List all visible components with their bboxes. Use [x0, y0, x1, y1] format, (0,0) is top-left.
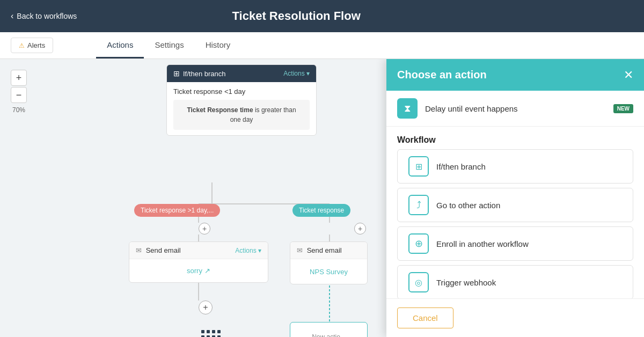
action-item-go-to[interactable]: ⤴ Go to other action	[397, 188, 633, 222]
delay-action-item[interactable]: ⧗ Delay until event happens NEW	[386, 91, 644, 127]
email-icon-left: ✉ Send email	[136, 246, 181, 254]
tabs-container: Actions Settings History	[96, 33, 241, 58]
webhook-icon-box: ◎	[408, 272, 429, 292]
zoom-out-button[interactable]: −	[11, 87, 27, 103]
top-nav: ‹ Back to workflows Ticket Resolution Fl…	[0, 0, 644, 32]
enroll-action-label: Enroll in another workflow	[436, 239, 622, 248]
choose-action-modal: Choose an action ✕ ⧗ Delay until event h…	[386, 59, 644, 337]
condition-text-2: is greater than	[253, 106, 296, 114]
action-item-webhook[interactable]: ◎ Trigger webhook	[397, 265, 633, 298]
back-arrow-icon: ‹	[11, 11, 13, 21]
new-action-placeholder: New actio...	[290, 322, 368, 337]
back-to-workflows-link[interactable]: ‹ Back to workflows	[11, 11, 77, 21]
action-item-enroll[interactable]: ⊕ Enroll in another workflow	[397, 226, 633, 261]
tab-bar: ⚠ Alerts Actions Settings History	[0, 32, 644, 59]
add-action-button-below-left[interactable]: +	[199, 301, 213, 314]
email-node-right-content: NPS Survey	[290, 259, 367, 284]
add-action-button-left[interactable]: +	[199, 223, 210, 235]
alert-icon: ⚠	[19, 42, 25, 49]
if-then-action-label: If/then branch	[436, 162, 622, 171]
node-content: Ticket response <1 day Ticket Response t…	[167, 82, 316, 135]
external-link-icon: ↗	[204, 267, 210, 275]
webhook-action-label: Trigger webhook	[436, 278, 622, 287]
tab-actions[interactable]: Actions	[96, 33, 144, 58]
new-badge: NEW	[613, 104, 633, 113]
alerts-button[interactable]: ⚠ Alerts	[11, 38, 53, 53]
app-container: ‹ Back to workflows Ticket Resolution Fl…	[0, 0, 644, 337]
branch-red-label: Ticket response >1 day,...	[134, 204, 220, 217]
condition-box: Ticket Response time is greater than one…	[173, 100, 310, 130]
modal-header: Choose an action ✕	[386, 59, 644, 91]
if-then-icon: ⊞	[415, 162, 422, 172]
branch-label: Ticket response <1 day	[173, 87, 310, 96]
zoom-in-button[interactable]: +	[11, 70, 27, 86]
node-actions-link[interactable]: Actions ▾	[283, 70, 310, 77]
canvas-area: + − 70% ⊞ If/then branch Actions ▾ Ticke…	[0, 59, 644, 337]
modal-title: Choose an action	[397, 69, 487, 81]
go-to-icon-box: ⤴	[408, 195, 429, 215]
condition-text-3: one day	[230, 116, 253, 123]
page-title: Ticket Resolution Flow	[232, 9, 361, 23]
workflow-section-header: Workflow	[386, 127, 644, 149]
if-then-icon-box: ⊞	[408, 156, 429, 177]
cancel-button[interactable]: Cancel	[397, 307, 453, 328]
condition-text-1: Ticket Response time	[187, 106, 253, 114]
webhook-icon: ◎	[415, 277, 422, 288]
modal-close-button[interactable]: ✕	[624, 69, 633, 81]
tab-history[interactable]: History	[195, 33, 241, 58]
email-node-left-content: sorry ↗	[129, 259, 268, 282]
back-link-label: Back to workflows	[17, 12, 77, 20]
add-action-button-right[interactable]: +	[354, 223, 366, 235]
modal-footer: Cancel	[386, 298, 644, 337]
enroll-icon: ⊕	[415, 238, 423, 250]
email-actions-link-left[interactable]: Actions ▾	[235, 247, 261, 254]
email-node-left: ✉ Send email Actions ▾ sorry ↗	[129, 241, 268, 283]
branch-icon: ⊞	[173, 69, 180, 78]
action-item-if-then[interactable]: ⊞ If/then branch	[397, 149, 633, 184]
go-to-action-label: Go to other action	[436, 201, 622, 210]
if-then-node-title: If/then branch	[183, 70, 226, 78]
tab-settings[interactable]: Settings	[144, 33, 194, 58]
alerts-label: Alerts	[27, 41, 45, 49]
drag-handle[interactable]	[201, 330, 223, 337]
email-icon-right: ✉ Send email	[297, 246, 342, 254]
enroll-icon-box: ⊕	[408, 233, 429, 254]
email-sorry-link[interactable]: sorry ↗	[136, 267, 261, 275]
email-node-left-header: ✉ Send email Actions ▾	[129, 242, 268, 259]
if-then-node: ⊞ If/then branch Actions ▾ Ticket respon…	[166, 64, 317, 136]
email-node-right: ✉ Send email NPS Survey	[290, 241, 368, 284]
go-to-icon: ⤴	[416, 200, 421, 211]
zoom-controls: + − 70%	[11, 70, 27, 114]
email-node-right-header: ✉ Send email	[290, 242, 367, 259]
email-nps-link[interactable]: NPS Survey	[310, 268, 348, 276]
node-header-left: ⊞ If/then branch	[173, 69, 226, 78]
delay-icon: ⧗	[404, 103, 411, 114]
delay-icon-box: ⧗	[397, 98, 418, 119]
branch-teal-label: Ticket response	[292, 204, 350, 217]
if-then-node-header: ⊞ If/then branch Actions ▾	[167, 65, 316, 82]
zoom-level-label: 70%	[12, 106, 25, 114]
modal-body: ⧗ Delay until event happens NEW Workflow…	[386, 91, 644, 298]
delay-action-label: Delay until event happens	[425, 104, 606, 113]
